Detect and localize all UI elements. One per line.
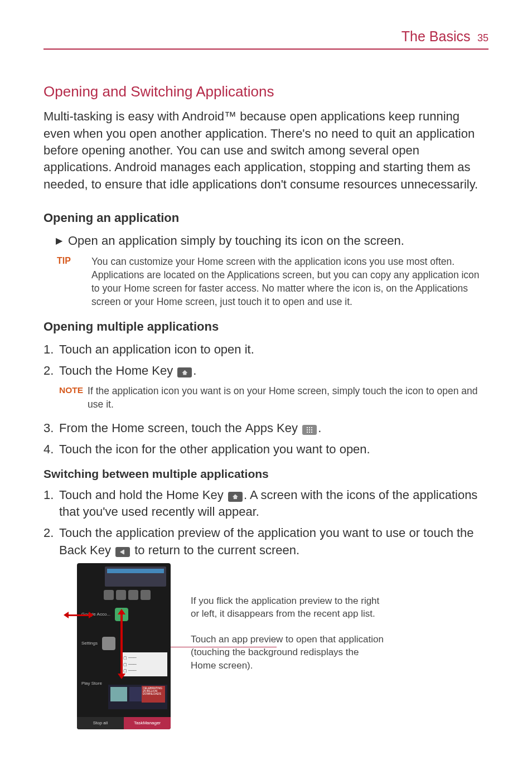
- intro-paragraph: Multi-tasking is easy with Android™ beca…: [43, 108, 489, 193]
- list-text: From the Home screen, touch the Apps Key…: [59, 420, 321, 437]
- note-block: NOTE If the application icon you want is…: [59, 384, 489, 411]
- horizontal-arrow-icon: [68, 614, 89, 616]
- note-label: NOTE: [59, 384, 83, 411]
- triangle-bullet-icon: ▶: [56, 235, 62, 251]
- recent-app-row: Settings: [81, 637, 166, 650]
- vertical-arrow-icon: [120, 613, 123, 675]
- callout-text: If you flick the application preview to …: [191, 563, 386, 729]
- tip-block: TIP You can customize your Home screen w…: [57, 255, 489, 309]
- apps-key-label: Apps Key: [245, 421, 298, 435]
- section-title: The Basics: [402, 28, 471, 44]
- phone-screenshot: Google Acco... Settings ▢ ───▢ ───▢ ─── …: [77, 563, 171, 729]
- apps-key-icon: [302, 425, 317, 435]
- callout-1: If you flick the application preview to …: [191, 594, 386, 621]
- callout-2: Touch an app preview to open that applic…: [191, 633, 386, 672]
- list-text: Touch and hold the Home Key . A screen w…: [59, 487, 489, 521]
- callout-leader-line: [171, 647, 277, 647]
- promo-badge: CELEBRATING 25 BILLION DOWNLOADS: [142, 686, 165, 703]
- list-number: 1.: [43, 341, 59, 358]
- figure-wrap: Google Acco... Settings ▢ ───▢ ───▢ ─── …: [77, 563, 171, 729]
- bullet-text: Open an application simply by touching i…: [68, 233, 404, 249]
- bottom-bar: Stop all TaskManager: [77, 717, 171, 729]
- list-item-1: 1. Touch an application icon to open it.: [43, 341, 489, 358]
- store-preview: CELEBRATING 25 BILLION DOWNLOADS: [108, 685, 167, 709]
- task-manager-button: TaskManager: [124, 717, 171, 729]
- notification-card: [105, 567, 166, 587]
- tip-body: You can customize your Home screen with …: [91, 255, 489, 309]
- home-key-label: Home Key: [166, 488, 224, 502]
- list-number: 2.: [43, 525, 59, 559]
- list-number: 4.: [43, 441, 59, 458]
- list-item-3: 3. From the Home screen, touch the Apps …: [43, 420, 489, 437]
- settings-preview: ▢ ───▢ ───▢ ───: [122, 652, 167, 676]
- list-number: 1.: [43, 487, 59, 521]
- stop-all-button: Stop all: [77, 717, 124, 729]
- heading-opening-multiple: Opening multiple applications: [43, 318, 489, 335]
- list-item-2b: 2. Touch the application preview of the …: [43, 525, 489, 559]
- home-key-icon: [228, 492, 243, 502]
- list-number: 2.: [43, 362, 59, 379]
- home-key-icon: [177, 367, 192, 377]
- list-text: Touch the application preview of the app…: [59, 525, 489, 559]
- list-text: Touch the icon for the other application…: [59, 441, 370, 458]
- page-header: The Basics 35: [43, 27, 489, 50]
- heading-switching: Switching between multiple applications: [43, 466, 489, 482]
- home-key-label: Home Key: [116, 364, 173, 377]
- list-text: Touch the Home Key .: [59, 362, 196, 379]
- back-key-label: Back Key: [59, 543, 111, 557]
- list-item-2: 2. Touch the Home Key .: [43, 362, 489, 379]
- back-key-icon: [115, 547, 130, 557]
- heading-main: Opening and Switching Applications: [43, 82, 489, 102]
- bullet-item: ▶ Open an application simply by touching…: [56, 233, 489, 249]
- list-item-1b: 1. Touch and hold the Home Key . A scree…: [43, 487, 489, 521]
- page-number: 35: [477, 32, 489, 43]
- list-number: 3.: [43, 420, 59, 437]
- figure-area: Google Acco... Settings ▢ ───▢ ───▢ ─── …: [77, 563, 489, 729]
- quick-icons: [104, 590, 151, 600]
- tip-label: TIP: [57, 255, 91, 309]
- heading-opening-app: Opening an application: [43, 210, 489, 226]
- note-body: If the application icon you want is on y…: [88, 384, 489, 411]
- list-item-4: 4. Touch the icon for the other applicat…: [43, 441, 489, 458]
- list-text: Touch an application icon to open it.: [59, 341, 254, 358]
